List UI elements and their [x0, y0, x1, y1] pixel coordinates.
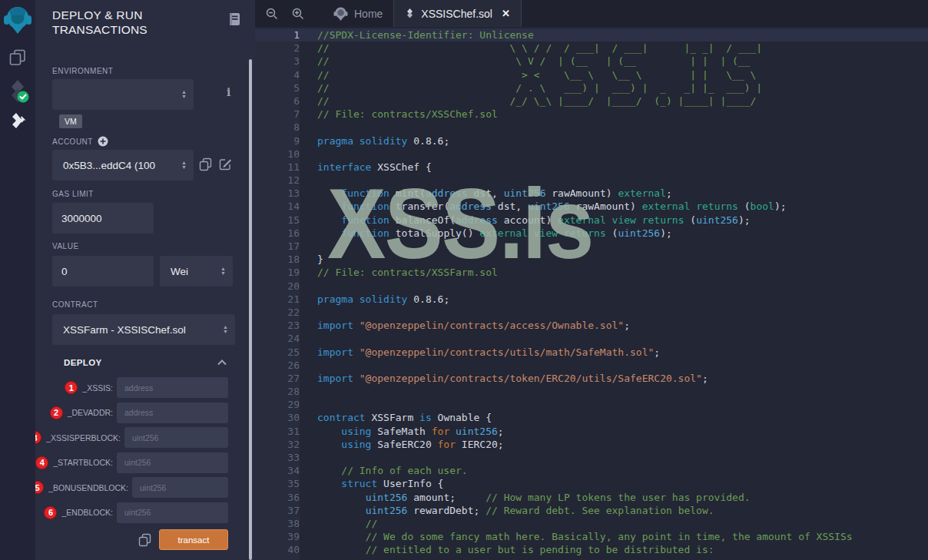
- edit-icon[interactable]: [219, 158, 232, 174]
- code-line-36[interactable]: 36 uint256 amount; // How many LP tokens…: [255, 491, 928, 504]
- arg-input-endblock[interactable]: [117, 502, 228, 523]
- code-line-16[interactable]: 16 function totalSupply() external view …: [255, 227, 928, 240]
- line-number: 8: [255, 121, 300, 134]
- code-line-32[interactable]: 32 using SafeERC20 for IERC20;: [255, 438, 928, 451]
- code-line-35[interactable]: 35 struct UserInfo {: [255, 477, 928, 490]
- contract-select[interactable]: XSSFarm - XSSISChef.sol ▲▼: [52, 314, 235, 345]
- code-line-5[interactable]: 5// / . \ ___) | ___) | _ _| |_ ___) |: [255, 81, 928, 94]
- plus-circle-icon[interactable]: [98, 136, 108, 147]
- line-number: 11: [255, 161, 300, 174]
- code-text: // / . \ ___) | ___) | _ _| |_ ___) |: [317, 81, 928, 94]
- arg-label: _STARTBLOCK:: [53, 458, 113, 467]
- code-text: import "@openzeppelin/contracts/access/O…: [317, 319, 928, 332]
- code-line-7[interactable]: 7// File: contracts/XSSChef.sol: [255, 108, 928, 121]
- code-line-41[interactable]: 41 //: [255, 557, 928, 560]
- line-number: 23: [255, 319, 300, 332]
- code-text: [317, 385, 928, 398]
- transact-button[interactable]: transact: [159, 529, 228, 550]
- close-icon[interactable]: ✕: [502, 8, 510, 19]
- gas-limit-input[interactable]: [52, 203, 154, 234]
- code-line-9[interactable]: 9pragma solidity 0.8.6;: [255, 134, 928, 147]
- info-icon[interactable]: i: [227, 86, 230, 98]
- book-icon[interactable]: [228, 12, 241, 29]
- code-line-19[interactable]: 19// File: contracts/XSSFarm.sol: [255, 266, 928, 279]
- code-line-15[interactable]: 15 function balanceOf(address account) e…: [255, 214, 928, 227]
- line-number: 18: [255, 253, 300, 266]
- code-line-12[interactable]: 12: [255, 174, 928, 187]
- code-line-8[interactable]: 8: [255, 121, 928, 134]
- chevron-up-icon[interactable]: [217, 360, 227, 366]
- code-line-22[interactable]: 22: [255, 306, 928, 319]
- tab-xssischef[interactable]: XSSISChef.sol ✕: [393, 0, 522, 27]
- code-line-38[interactable]: 38 //: [255, 517, 928, 530]
- code-line-34[interactable]: 34 // Info of each user.: [255, 464, 928, 477]
- code-line-40[interactable]: 40 // entitled to a user but is pending …: [255, 543, 928, 556]
- chevron-updown-icon: ▲▼: [181, 161, 187, 170]
- file-explorer-icon[interactable]: [0, 49, 35, 66]
- code-text: [317, 240, 928, 253]
- arg-row-devaddr: 2 _DEVADDR:: [52, 403, 228, 423]
- account-select[interactable]: 0x5B3...eddC4 (100 ▲▼: [52, 150, 194, 181]
- code-line-37[interactable]: 37 uint256 rewardDebt; // Reward debt. S…: [255, 504, 928, 517]
- deploy-run-icon[interactable]: [0, 112, 35, 131]
- code-line-28[interactable]: 28: [255, 385, 928, 398]
- code-text: }: [317, 253, 928, 266]
- code-line-33[interactable]: 33: [255, 451, 928, 464]
- copy-icon[interactable]: [138, 533, 151, 547]
- account-value: 0x5B3...eddC4 (100: [63, 160, 178, 171]
- code-line-18[interactable]: 18}: [255, 253, 928, 266]
- code-line-31[interactable]: 31 using SafeMath for uint256;: [255, 425, 928, 438]
- code-line-29[interactable]: 29: [255, 398, 928, 411]
- code-line-26[interactable]: 26: [255, 359, 928, 372]
- code-line-30[interactable]: 30contract XSSFarm is Ownable {: [255, 411, 928, 424]
- code-line-1[interactable]: 1//SPDX-License-Identifier: Unlicense: [255, 28, 928, 41]
- arg-input-startblock[interactable]: [117, 452, 228, 473]
- code-text: // \ V / | (__ | (__ | | | (__: [317, 55, 928, 68]
- code-line-25[interactable]: 25import "@openzeppelin/contracts/utils/…: [255, 346, 928, 359]
- code-line-27[interactable]: 27import "@openzeppelin/contracts/token/…: [255, 372, 928, 385]
- code-line-11[interactable]: 11interface XSSChef {: [255, 161, 928, 174]
- code-text: import "@openzeppelin/contracts/utils/ma…: [317, 346, 928, 359]
- solidity-compiler-icon[interactable]: [0, 79, 35, 104]
- code-line-14[interactable]: 14 function transfer(address dst, uint25…: [255, 200, 928, 213]
- line-number: 20: [255, 280, 300, 293]
- arg-input-xssisperblock[interactable]: [124, 427, 228, 448]
- code-editor[interactable]: 1//SPDX-License-Identifier: Unlicense2//…: [255, 27, 928, 560]
- code-line-39[interactable]: 39 // We do some fancy math here. Basica…: [255, 530, 928, 543]
- arg-input-devaddr[interactable]: [117, 403, 228, 423]
- arg-row-xssisperblock: 3 _XSSISPERBLOCK:: [52, 427, 228, 448]
- zoom-in-icon[interactable]: [292, 8, 304, 20]
- code-line-13[interactable]: 13 function mint(address dst, uint256 ra…: [255, 187, 928, 200]
- code-line-10[interactable]: 10: [255, 147, 928, 161]
- arg-input-bonusendblock[interactable]: [132, 477, 228, 498]
- code-line-4[interactable]: 4// > < \__ \ \__ \ | | \__ \: [255, 68, 928, 81]
- line-number: 7: [255, 108, 300, 121]
- code-line-6[interactable]: 6// /_/ \_\ |____/ |____/ (_) |____| |__…: [255, 94, 928, 108]
- line-number: 36: [255, 491, 300, 504]
- code-line-17[interactable]: 17: [255, 240, 928, 253]
- line-number: 24: [255, 332, 300, 345]
- code-line-21[interactable]: 21pragma solidity 0.8.6;: [255, 293, 928, 306]
- environment-select[interactable]: ▲▼: [52, 79, 194, 110]
- code-line-23[interactable]: 23import "@openzeppelin/contracts/access…: [255, 319, 928, 332]
- line-number: 3: [255, 55, 300, 68]
- code-text: function mint(address dst, uint256 rawAm…: [317, 187, 928, 200]
- copy-icon[interactable]: [199, 157, 212, 174]
- code-text: //: [317, 517, 928, 530]
- value-unit-select[interactable]: Wei ▲▼: [160, 256, 233, 287]
- code-line-24[interactable]: 24: [255, 332, 928, 345]
- value-input[interactable]: [52, 256, 154, 287]
- arg-label: _XSSIS:: [82, 383, 113, 393]
- zoom-out-icon[interactable]: [266, 8, 278, 20]
- code-line-3[interactable]: 3// \ V / | (__ | (__ | | | (__: [255, 55, 928, 68]
- code-line-2[interactable]: 2// \ \ / / / ___| / ___| |_ _| / ___|: [255, 41, 928, 55]
- code-line-20[interactable]: 20: [255, 280, 928, 293]
- code-text: using SafeMath for uint256;: [317, 425, 928, 438]
- tab-home[interactable]: Home: [323, 0, 393, 27]
- code-text: pragma solidity 0.8.6;: [317, 134, 928, 147]
- line-number: 26: [255, 359, 300, 372]
- arg-input-xssis[interactable]: [117, 377, 228, 398]
- line-number: 39: [255, 530, 300, 543]
- remix-ide: DEPLOY & RUN TRANSACTIONS ENVIRONMENT ▲▼…: [0, 0, 928, 560]
- panel-scrollbar[interactable]: [249, 59, 252, 560]
